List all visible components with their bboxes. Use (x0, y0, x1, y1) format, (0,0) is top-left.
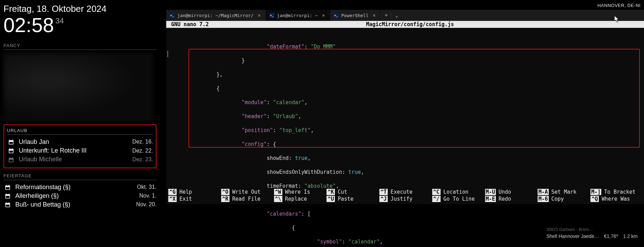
nano-shortcut-label: Undo (499, 189, 511, 195)
feiertage-list-item: Reformationstag (§)Okt. 31. (3, 183, 156, 192)
nano-shortcut-key: ^\ (274, 196, 282, 202)
svg-rect-12 (10, 157, 10, 159)
nano-shortcut: ^GHelp (168, 189, 220, 195)
svg-rect-27 (6, 202, 7, 204)
feiertage-item-date: Nov. 1. (139, 192, 157, 200)
nano-shortcut-key: ^U (327, 196, 335, 202)
nano-shortcut: ^XExit (168, 196, 220, 202)
nano-shortcut-label: Where Is (285, 189, 310, 195)
new-tab-button[interactable]: + (381, 12, 391, 18)
feiertage-item-date: Okt. 31. (137, 183, 156, 191)
nano-shortcut-label: Help (179, 189, 192, 195)
svg-rect-7 (10, 148, 10, 150)
svg-rect-1 (9, 140, 14, 142)
svg-rect-9 (9, 151, 13, 153)
tab-label: jan@mirrorpi: ~/MagicMirror/ (177, 13, 253, 18)
nano-shortcut-label: Where Was (602, 196, 630, 202)
feiertage-item-date: Nov. 20. (136, 201, 156, 208)
tab-dropdown-button[interactable]: ⌄ (391, 12, 402, 18)
svg-rect-4 (9, 142, 13, 144)
fancy-blurred-content (3, 53, 153, 122)
tab-actions: + ⌄ (381, 10, 402, 21)
fuel-address: 30823 Garbsen - Brem… (546, 226, 638, 233)
text-cursor (168, 51, 168, 57)
nano-shortcut: ^KCut (327, 189, 378, 195)
nano-shortcut: M-ASet Mark (538, 189, 589, 195)
nano-shortcut-key: M-] (590, 189, 601, 195)
nano-shortcut-label: Write Out (232, 189, 260, 195)
urlaub-highlight-box: URLAUB Urlaub JanDez. 16.Unterkunft: Le … (3, 124, 156, 168)
nano-shortcut-label: Set Mark (552, 189, 577, 195)
mirror-panel: Freitag, 18. Oktober 2024 02:58 34 FANCY… (3, 3, 156, 209)
nano-shortcut-key: ^Q (590, 196, 599, 202)
nano-filename: MagicMirror/config/config.js (366, 21, 454, 28)
nano-shortcut: ^/Go To Line (432, 196, 484, 202)
urlaub-item-date: Dez. 16. (132, 138, 153, 146)
code-area[interactable]: "dateFormat": "Do MMM" } }, { "module": … (166, 28, 644, 247)
nano-shortcut-key: ^R (221, 196, 230, 202)
close-tab-button[interactable]: × (371, 13, 377, 18)
svg-rect-26 (5, 203, 10, 204)
nano-shortcut-key: M-A (538, 189, 548, 195)
feiertage-item-title: Allerheiligen (§) (15, 192, 139, 200)
powershell-icon: >_ (269, 13, 274, 18)
terminal-tab[interactable]: >_jan@mirrorpi: ~/MagicMirror/× (166, 10, 266, 21)
nano-shortcut: ^CLocation (432, 189, 484, 195)
urlaub-list: Urlaub JanDez. 16.Unterkunft: Le Rotche … (7, 138, 153, 164)
terminal-window: >_jan@mirrorpi: ~/MagicMirror/×>_jan@mir… (166, 10, 644, 204)
svg-rect-24 (6, 196, 10, 198)
feiertage-list-item: Allerheiligen (§)Nov. 1. (3, 192, 156, 200)
fuel-widget: 30823 Garbsen - Brem… Shell Hannover Jae… (546, 226, 638, 240)
calendar-icon (7, 155, 15, 164)
nano-footer: ^GHelp^OWrite Out^WWhere Is^KCut^TExecut… (166, 188, 644, 204)
nano-shortcut-key: ^J (379, 196, 388, 202)
nano-shortcut-label: Copy (552, 196, 564, 202)
nano-shortcut: M-]To Bracket (590, 189, 642, 195)
nano-shortcut-key: ^X (168, 196, 177, 202)
svg-rect-8 (12, 148, 13, 150)
svg-rect-23 (9, 194, 9, 195)
nano-shortcut-key: ^T (379, 189, 388, 195)
svg-rect-2 (10, 140, 10, 141)
clock: 02:58 34 (3, 15, 156, 35)
calendar-icon (7, 146, 15, 155)
nano-shortcut: ^QWhere Was (590, 196, 642, 202)
svg-rect-29 (6, 204, 10, 207)
terminal-tab[interactable]: >_PowerShell× (330, 10, 381, 21)
svg-rect-13 (12, 157, 13, 159)
urlaub-header: URLAUB (7, 128, 153, 135)
nano-shortcut-label: To Bracket (604, 189, 635, 195)
nano-app-name: GNU nano 7.2 (171, 21, 209, 28)
feiertage-header: FEIERTAGE (3, 173, 156, 180)
urlaub-item-title: Urlaub Michelle (19, 155, 132, 164)
nano-shortcut-label: Location (443, 189, 468, 195)
nano-shortcut-key: M-U (485, 189, 496, 195)
svg-rect-16 (5, 186, 10, 187)
fancy-header: FANCY (3, 43, 156, 50)
nano-shortcut: ^WWhere Is (274, 189, 325, 195)
fuel-distance: 1.2 km (623, 233, 638, 240)
svg-rect-18 (9, 185, 9, 186)
fuel-station-name: Shell Hannover Jaede… (546, 233, 599, 240)
nano-shortcut-key: M-E (485, 196, 496, 202)
clock-hhmm: 02:58 (3, 15, 54, 35)
nano-shortcut: M-UUndo (485, 189, 537, 195)
close-tab-button[interactable]: × (321, 13, 326, 18)
nano-shortcut: ^TExecute (379, 189, 431, 195)
nano-shortcut-label: Cut (338, 189, 347, 195)
nano-shortcut-label: Read File (232, 196, 260, 202)
nano-shortcut-label: Redo (499, 196, 511, 202)
terminal-tab[interactable]: >_jan@mirrorpi: ~× (266, 10, 330, 21)
nano-shortcut: ^UPaste (327, 196, 378, 202)
clock-seconds: 34 (55, 17, 64, 25)
nano-shortcut: M-ERedo (485, 196, 537, 202)
nano-shortcut-key: ^K (327, 189, 335, 195)
feiertage-list-item: Buß- und Bettag (§)Nov. 20. (3, 200, 156, 209)
urlaub-item-date: Dez. 22. (132, 147, 153, 155)
urlaub-item-title: Urlaub Jan (19, 138, 132, 146)
close-tab-button[interactable]: × (256, 13, 262, 18)
svg-rect-19 (6, 187, 10, 189)
svg-rect-14 (9, 160, 13, 162)
tab-label: jan@mirrorpi: ~ (277, 13, 318, 18)
nano-shortcut-label: Exit (179, 196, 192, 202)
